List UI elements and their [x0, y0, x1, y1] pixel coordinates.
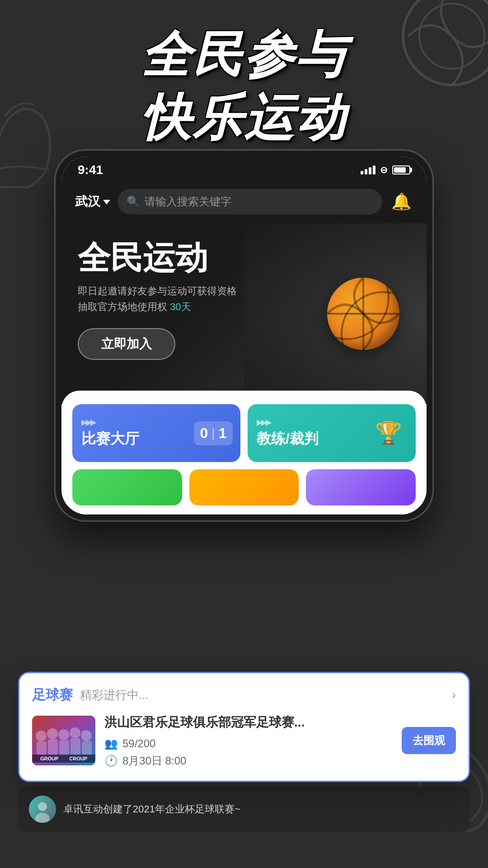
feature-icon-coach: 🏆: [371, 415, 407, 451]
match-meta: 👥 59/200 🕐 8月30日 8:00: [104, 737, 388, 768]
feature-card-coach[interactable]: ▶▶▶ 教练/裁判 🏆: [248, 404, 416, 462]
feature-name-coach: 教练/裁判: [257, 429, 371, 449]
hero-title-line1: 全民参与: [0, 27, 488, 82]
city-dropdown-arrow: [103, 200, 110, 204]
watch-button[interactable]: 去围观: [402, 727, 456, 754]
meta-datetime: 🕐 8月30日 8:00: [104, 754, 388, 768]
signal-icon: [361, 165, 375, 175]
city-selector[interactable]: 武汉: [75, 193, 110, 210]
feature-icon-competition: 0 | 1: [195, 415, 231, 451]
bottom-card-purple[interactable]: [306, 469, 416, 505]
banner-highlight: 30天: [170, 301, 191, 312]
match-arrow-icon[interactable]: ›: [452, 688, 456, 702]
score-display: 0 | 1: [194, 421, 233, 445]
match-datetime: 8月30日 8:00: [122, 754, 186, 768]
background: 全民参与 快乐运动 9:41 ⊖: [0, 0, 488, 868]
score-number2: 1: [219, 425, 227, 442]
svg-point-4: [47, 728, 58, 739]
score-number: 0: [200, 425, 208, 442]
match-header-left: 足球赛 精彩进行中...: [32, 686, 452, 704]
match-content: GRoUp Croup 洪山区君乐足球俱乐部冠军足球赛... 👥 59/200 …: [32, 713, 456, 768]
banner-title: 全民运动: [78, 241, 237, 274]
search-bar[interactable]: 🔍 请输入搜索关键字: [117, 189, 382, 214]
svg-point-6: [70, 727, 80, 738]
news-avatar: [29, 796, 56, 823]
bottom-card-green[interactable]: [72, 469, 182, 505]
participants-icon: 👥: [104, 737, 118, 750]
group-label-a: GRoUp: [40, 756, 58, 761]
phone-screen: 9:41 ⊖: [61, 156, 427, 514]
feature-card-left-coach: ▶▶▶ 教练/裁判: [257, 417, 371, 449]
feature-card-left-competition: ▶▶▶ 比赛大厅: [81, 417, 195, 449]
feature-name-competition: 比赛大厅: [81, 429, 195, 449]
city-label: 武汉: [75, 193, 100, 210]
match-thumbnail: GRoUp Croup: [32, 716, 95, 765]
banner-description: 即日起邀请好友参与运动可获得资格 抽取官方场地使用权 30天: [78, 283, 237, 315]
svg-rect-12: [82, 741, 92, 755]
search-placeholder-text: 请输入搜索关键字: [145, 194, 231, 209]
feature-arrows-coach: ▶▶▶: [257, 417, 371, 427]
match-thumbnail-inner: GRoUp Croup: [32, 716, 95, 765]
meta-participants: 👥 59/200: [104, 737, 388, 750]
hero-title-line2: 快乐运动: [0, 90, 488, 145]
feature-arrows-competition: ▶▶▶: [81, 417, 195, 427]
status-icons: ⊖: [361, 165, 410, 175]
battery-icon: [392, 165, 410, 175]
phone-frame: 9:41 ⊖: [54, 149, 434, 522]
match-floating-card: 足球赛 精彩进行中... ›: [18, 672, 470, 782]
banner-desc-line2: 抽取官方场地使用权: [78, 301, 167, 312]
wifi-icon: ⊖: [380, 165, 388, 175]
status-bar: 9:41 ⊖: [61, 156, 427, 182]
svg-point-5: [58, 729, 69, 740]
match-card-header: 足球赛 精彩进行中... ›: [32, 686, 456, 704]
news-avatar-icon: [29, 796, 56, 823]
match-title: 洪山区君乐足球俱乐部冠军足球赛...: [104, 713, 388, 731]
notification-button[interactable]: 🔔: [389, 190, 413, 213]
bottom-card-orange[interactable]: [189, 469, 299, 505]
news-text: 卓讯互动创建了2021年企业杯足球联赛~: [63, 802, 459, 816]
svg-rect-10: [59, 740, 69, 755]
svg-rect-8: [37, 741, 47, 755]
clock-icon: 🕐: [104, 755, 118, 767]
score-separator: |: [211, 426, 215, 440]
bottom-news-bar: 卓讯互动创建了2021年企业杯足球联赛~: [18, 787, 470, 832]
hero-section: 全民参与 快乐运动: [0, 27, 488, 145]
group-label: GRoUp Croup: [32, 755, 95, 763]
basketball-decoration: [327, 278, 399, 350]
svg-rect-11: [70, 738, 80, 755]
status-time: 9:41: [78, 163, 103, 177]
svg-point-3: [36, 731, 47, 741]
match-category: 足球赛: [32, 686, 73, 704]
svg-point-14: [38, 802, 47, 811]
group-label-b: Croup: [69, 756, 87, 761]
basketball-curves: [327, 278, 399, 350]
bottom-feature-row: [72, 469, 416, 505]
banner-join-button[interactable]: 立即加入: [78, 328, 175, 360]
trophy-icon: 🏆: [375, 420, 402, 446]
banner-desc-line1: 即日起邀请好友参与运动可获得资格: [78, 285, 237, 297]
bell-icon: 🔔: [391, 192, 412, 211]
participants-count: 59/200: [122, 737, 155, 750]
search-icon: 🔍: [127, 195, 140, 208]
feature-card-competition[interactable]: ▶▶▶ 比赛大厅 0 | 1: [72, 404, 240, 462]
phone-mockup: 9:41 ⊖: [54, 149, 434, 522]
white-card-section: ▶▶▶ 比赛大厅 0 | 1: [61, 391, 427, 514]
svg-rect-9: [48, 739, 58, 755]
banner-content: 全民运动 即日起邀请好友参与运动可获得资格 抽取官方场地使用权 30天 立即加入: [78, 241, 237, 360]
match-status: 精彩进行中...: [80, 687, 149, 703]
banner-section: 全民运动 即日起邀请好友参与运动可获得资格 抽取官方场地使用权 30天 立即加入: [61, 223, 427, 404]
feature-grid: ▶▶▶ 比赛大厅 0 | 1: [72, 404, 416, 462]
app-header: 武汉 🔍 请输入搜索关键字 🔔: [61, 182, 427, 223]
match-info: 洪山区君乐足球俱乐部冠军足球赛... 👥 59/200 🕐 8月30日 8:00: [104, 713, 388, 768]
svg-point-7: [81, 730, 92, 741]
